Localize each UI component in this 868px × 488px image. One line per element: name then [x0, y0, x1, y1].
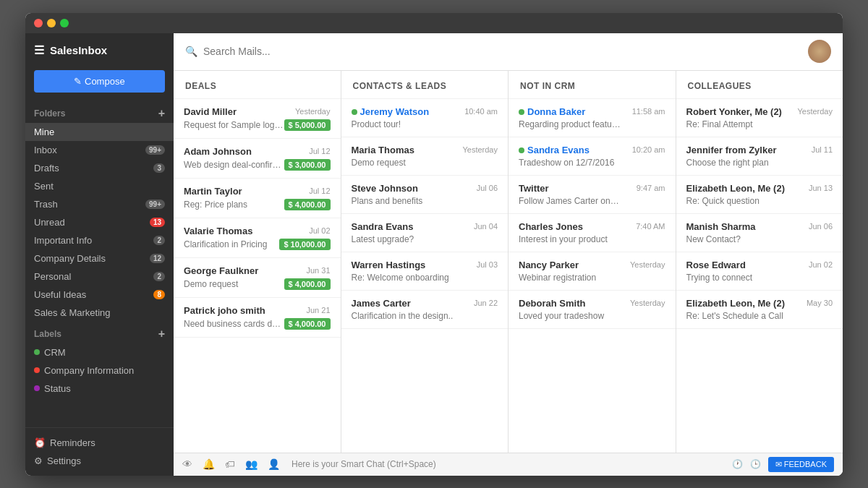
main-content: 🔍 DEALS David MillerYesterday	[174, 33, 843, 476]
deals-header: DEALS	[174, 71, 341, 99]
important-badge: 2	[153, 236, 165, 245]
table-row[interactable]: Donna Baker 11:58 am Regarding product f…	[509, 99, 676, 137]
sidebar-item-useful[interactable]: Useful Ideas 8	[25, 286, 174, 304]
app-window: ☰ SalesInbox ✎ Compose Folders + Mine In…	[25, 13, 843, 476]
table-row[interactable]: Manish SharmaJun 06 New Contact?	[676, 214, 843, 252]
sender-name: David Miller	[184, 106, 237, 117]
table-row[interactable]: Steve JohnsonJul 06 Plans and benefits	[341, 176, 509, 214]
sidebar-item-crm[interactable]: CRM	[25, 343, 174, 361]
sidebar-item-sales[interactable]: Sales & Marketing	[25, 304, 174, 322]
add-folder-icon[interactable]: +	[158, 107, 165, 120]
search-box: 🔍	[185, 46, 808, 57]
sidebar-item-inbox[interactable]: Inbox 99+	[25, 141, 174, 159]
labels-section: Labels +	[25, 322, 174, 343]
table-row[interactable]: Deborah SmithYesterday Loved your trades…	[509, 291, 676, 329]
avatar[interactable]	[808, 40, 831, 63]
table-row[interactable]: Robert Yonker, Me (2)Yesterday Re: Final…	[676, 99, 843, 137]
not-in-crm-header: NOT IN CRM	[509, 71, 676, 99]
columns: DEALS David MillerYesterday Request for …	[174, 71, 843, 453]
sidebar-item-sent[interactable]: Sent	[25, 177, 174, 195]
table-row[interactable]: George FaulknerJun 31 Demo request$ 4,00…	[174, 258, 341, 298]
feedback-button[interactable]: ✉ FEEDBACK	[768, 457, 834, 472]
table-row[interactable]: Sandra Evans 10:20 am Tradeshow on 12/7/…	[509, 137, 676, 176]
table-row[interactable]: Jeremy Watson 10:40 am Product tour!	[341, 99, 509, 137]
not-in-crm-column: NOT IN CRM Donna Baker 11:58 am Regardin…	[509, 71, 676, 453]
sidebar-item-important[interactable]: Important Info 2	[25, 231, 174, 249]
hamburger-icon[interactable]: ☰	[34, 43, 44, 57]
add-label-icon[interactable]: +	[158, 328, 165, 341]
inbox-badge: 99+	[145, 145, 165, 155]
sidebar-item-status[interactable]: Status	[25, 380, 174, 398]
maximize-dot[interactable]	[60, 19, 69, 27]
table-row[interactable]: Nancy ParkerYesterday Webinar registrati…	[509, 252, 676, 291]
contacts-column: CONTACTS & LEADS Jeremy Watson 10:40 am …	[341, 71, 509, 453]
sidebar-item-reminders[interactable]: ⏰ Reminders	[25, 434, 174, 452]
personal-badge: 2	[153, 272, 165, 281]
table-row[interactable]: Elizabeth Leon, Me (2)Jun 13 Re: Quick q…	[676, 176, 843, 214]
minimize-dot[interactable]	[47, 19, 56, 27]
table-row[interactable]: Valarie ThomasJul 02 Clarification in Pr…	[174, 218, 341, 258]
contacts-header: CONTACTS & LEADS	[341, 71, 509, 99]
table-row[interactable]: Twitter9:47 am Follow James Carter on Tw…	[509, 176, 676, 214]
table-row[interactable]: Jennifer from ZylkerJul 11 Choose the ri…	[676, 137, 843, 176]
table-row[interactable]: Martin TaylorJul 12 Reg: Price plans$ 4,…	[174, 179, 341, 218]
sidebar-item-drafts[interactable]: Drafts 3	[25, 159, 174, 177]
eye-icon[interactable]: 👁	[182, 458, 192, 470]
people-icon[interactable]: 👥	[245, 458, 258, 470]
sidebar-header: ☰ SalesInbox	[25, 33, 174, 67]
folders-section: Folders +	[25, 101, 174, 123]
sidebar-item-settings[interactable]: ⚙ Settings	[25, 452, 174, 470]
table-row[interactable]: David MillerYesterday Request for Sample…	[174, 99, 341, 139]
sidebar-item-unread[interactable]: Unread 13	[25, 213, 174, 231]
search-icon: 🔍	[185, 46, 197, 57]
table-row[interactable]: Charles Jones7:40 AM Interest in your pr…	[509, 214, 676, 252]
bell-icon[interactable]: 🔔	[203, 458, 215, 470]
app-title: SalesInbox	[50, 44, 107, 56]
not-in-crm-list: Donna Baker 11:58 am Regarding product f…	[509, 99, 676, 453]
sidebar-item-mine[interactable]: Mine	[25, 123, 174, 141]
table-row[interactable]: James CarterJun 22 Clarification in the …	[341, 291, 509, 329]
sidebar-footer: ⏰ Reminders ⚙ Settings	[25, 427, 174, 476]
sidebar-item-company[interactable]: Company Details 12	[25, 249, 174, 267]
close-dot[interactable]	[34, 19, 43, 27]
table-row[interactable]: Elizabeth Leon, Me (2)May 30 Re: Let's S…	[676, 291, 843, 329]
sidebar-item-personal[interactable]: Personal 2	[25, 267, 174, 286]
trash-badge: 99+	[145, 200, 165, 209]
deals-column: DEALS David MillerYesterday Request for …	[174, 71, 341, 453]
company-badge: 12	[150, 254, 165, 263]
unread-badge: 13	[150, 218, 165, 227]
tag-icon[interactable]: 🏷	[225, 458, 235, 470]
search-input[interactable]	[203, 46, 348, 57]
compose-button[interactable]: ✎ Compose	[34, 70, 165, 93]
title-bar	[25, 13, 843, 33]
useful-badge: 8	[153, 290, 165, 299]
table-row[interactable]: Patrick joho smithJun 21 Need business c…	[174, 298, 341, 338]
sidebar-item-trash[interactable]: Trash 99+	[25, 195, 174, 213]
table-row[interactable]: Rose EdwardJun 02 Trying to connect	[676, 252, 843, 291]
statusbar-icons: 👁 🔔 🏷 👥 👤	[182, 458, 280, 470]
table-row[interactable]: Maria ThomasYesterday Demo request	[341, 137, 509, 176]
contacts-list: Jeremy Watson 10:40 am Product tour! Mar…	[341, 99, 509, 453]
folders-label: Folders	[34, 108, 65, 119]
colleagues-list: Robert Yonker, Me (2)Yesterday Re: Final…	[676, 99, 843, 453]
person-icon[interactable]: 👤	[268, 458, 280, 470]
table-row[interactable]: Warren HastingsJul 03 Re: Welcome onboar…	[341, 252, 509, 291]
table-row[interactable]: Adam JohnsonJul 12 Web design deal-confi…	[174, 139, 341, 179]
labels-label: Labels	[34, 329, 61, 339]
deals-list: David MillerYesterday Request for Sample…	[174, 99, 341, 453]
colleagues-header: COLLEAGUES	[676, 71, 843, 99]
drafts-badge: 3	[153, 163, 165, 173]
statusbar-right: 🕐 🕒 ✉ FEEDBACK	[732, 457, 834, 472]
sidebar: ☰ SalesInbox ✎ Compose Folders + Mine In…	[25, 33, 174, 476]
history-icon: 🕒	[750, 459, 761, 469]
topbar-right	[808, 40, 831, 63]
sidebar-item-company-info[interactable]: Company Information	[25, 361, 174, 380]
table-row[interactable]: Sandra EvansJun 04 Latest upgrade?	[341, 214, 509, 252]
topbar: 🔍	[174, 33, 843, 71]
smart-chat-text: Here is your Smart Chat (Ctrl+Space)	[292, 459, 732, 469]
app-body: ☰ SalesInbox ✎ Compose Folders + Mine In…	[25, 33, 843, 476]
clock-icon: 🕐	[732, 459, 743, 469]
colleagues-column: COLLEAGUES Robert Yonker, Me (2)Yesterda…	[676, 71, 843, 453]
statusbar: 👁 🔔 🏷 👥 👤 Here is your Smart Chat (Ctrl+…	[174, 453, 843, 476]
